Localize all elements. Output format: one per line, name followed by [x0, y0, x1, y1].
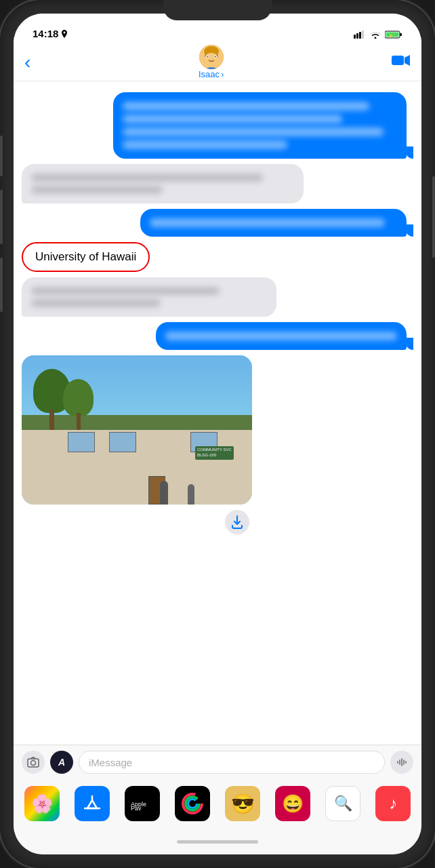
sent-bubble-2[interactable] — [140, 209, 407, 237]
message-input[interactable]: iMessage — [79, 751, 385, 774]
svg-point-17 — [214, 56, 215, 58]
svg-point-21 — [31, 761, 36, 766]
svg-marker-19 — [405, 55, 410, 66]
message-row-photo: COMMUNITY SVCBLDG-200 — [22, 355, 413, 534]
contact-info[interactable]: Isaac › — [199, 45, 224, 79]
app-dock: 🌸 Apple Pay 😎 � — [14, 779, 421, 837]
status-time: 14:18 — [33, 28, 58, 39]
message-row-5 — [22, 277, 413, 317]
video-icon — [392, 54, 411, 67]
svg-point-13 — [205, 53, 218, 64]
status-icons: ⚡ — [354, 30, 402, 39]
location-icon — [61, 30, 68, 38]
appstore-button[interactable]: A — [50, 751, 73, 774]
input-bar: A iMessage — [14, 745, 421, 779]
svg-point-16 — [207, 56, 208, 58]
svg-rect-22 — [397, 761, 398, 764]
applepay-app-icon[interactable]: Apple Pay — [125, 786, 160, 821]
input-placeholder: iMessage — [89, 757, 132, 768]
svg-rect-18 — [392, 56, 404, 65]
activity-rings — [180, 791, 205, 816]
waveform-icon — [396, 757, 407, 768]
save-button[interactable] — [225, 510, 249, 534]
message-row-1 — [22, 92, 413, 159]
svg-rect-26 — [405, 761, 407, 764]
svg-rect-1 — [356, 33, 358, 39]
contact-name-label: Isaac › — [199, 69, 224, 79]
signal-icon — [354, 31, 366, 39]
svg-rect-5 — [400, 33, 402, 36]
highlighted-message[interactable]: University of Hawaii — [22, 242, 150, 272]
message-row-highlight: University of Hawaii — [22, 242, 413, 272]
battery-icon: ⚡ — [385, 30, 402, 39]
messages-list: University of Hawaii — [14, 81, 421, 745]
notch — [163, 0, 272, 20]
memoji-app-icon[interactable]: 😎 — [225, 786, 260, 821]
camera-icon — [27, 757, 39, 768]
sent-bubble-1[interactable] — [113, 92, 407, 159]
message-row-3 — [22, 209, 413, 237]
message-row-6 — [22, 322, 413, 350]
wifi-icon — [370, 31, 381, 39]
sticker-app-icon[interactable]: 😄 — [275, 786, 310, 821]
svg-rect-24 — [401, 758, 402, 766]
silent-switch[interactable] — [0, 258, 3, 312]
music-app-icon[interactable]: ♪ — [375, 786, 411, 821]
received-bubble-2[interactable] — [22, 277, 276, 317]
applepay-logo: Apple Pay — [130, 797, 154, 810]
power-button[interactable] — [432, 176, 435, 258]
appstore-logo — [82, 793, 102, 814]
appstore-icon-letter: A — [58, 757, 65, 768]
websearch-app-icon[interactable]: 🔍 — [325, 786, 360, 821]
svg-text:⚡: ⚡ — [388, 33, 394, 39]
activity-app-icon[interactable] — [175, 786, 210, 821]
audio-button[interactable] — [390, 751, 413, 774]
volume-down-button[interactable] — [0, 190, 3, 244]
building-sign: COMMUNITY SVCBLDG-200 — [195, 446, 234, 460]
svg-rect-23 — [399, 760, 400, 765]
back-button[interactable]: ‹ — [24, 52, 30, 73]
appstore-app-icon[interactable] — [75, 786, 110, 821]
phone-screen: 14:18 — [14, 14, 421, 854]
svg-text:Pay: Pay — [131, 805, 142, 810]
sent-bubble-3[interactable] — [156, 322, 407, 350]
photo-bubble[interactable]: COMMUNITY SVCBLDG-200 — [22, 355, 252, 505]
avatar-image — [199, 45, 224, 69]
phone-frame: 14:18 — [0, 0, 435, 868]
highlight-text: University of Hawaii — [35, 250, 136, 263]
camera-button[interactable] — [22, 751, 45, 774]
svg-rect-3 — [362, 31, 364, 39]
received-bubble-1[interactable] — [22, 164, 304, 203]
video-call-button[interactable] — [392, 54, 411, 71]
home-indicator[interactable] — [177, 840, 258, 844]
save-icon — [231, 515, 243, 529]
svg-point-31 — [188, 800, 197, 808]
svg-rect-0 — [354, 35, 356, 39]
avatar — [199, 45, 224, 69]
volume-up-button[interactable] — [0, 136, 3, 176]
home-indicator-area — [14, 837, 421, 854]
message-row-2 — [22, 164, 413, 203]
navigation-bar: ‹ — [14, 43, 421, 81]
svg-rect-25 — [403, 760, 405, 765]
photo-scene: COMMUNITY SVCBLDG-200 — [22, 355, 252, 505]
svg-rect-2 — [359, 32, 361, 39]
photos-app-icon[interactable]: 🌸 — [24, 786, 60, 821]
